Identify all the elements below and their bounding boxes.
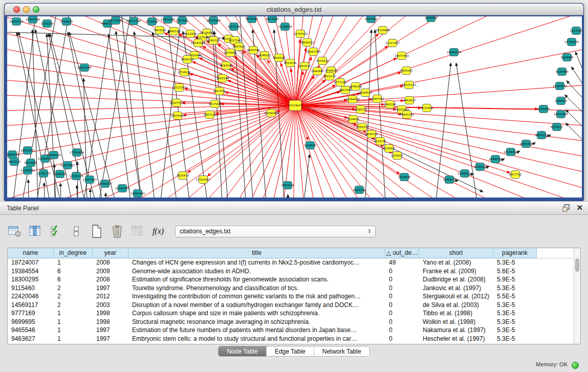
table-mode-button[interactable] (7, 223, 23, 239)
table-cell[interactable]: 9777169 (8, 309, 54, 318)
tab-edge-table[interactable]: Edge Table (267, 346, 314, 356)
table-row[interactable]: 969969511998Structural magnetic resonanc… (8, 318, 580, 326)
window-titlebar[interactable]: citations_edges.txt (5, 4, 583, 15)
table-cell[interactable]: Stergiakouli et al. (2012) (419, 292, 493, 301)
table-row[interactable]: 1456911722003Disruption of a novel membe… (8, 301, 580, 310)
table-cell[interactable]: 18724007 (8, 258, 54, 267)
tab-network-table[interactable]: Network Table (314, 346, 369, 356)
table-cell[interactable]: 0 (385, 292, 419, 301)
table-cell[interactable]: 18300295 (8, 275, 54, 284)
table-select[interactable]: citations_edges.txt ▲▼ (175, 226, 376, 237)
column-header-title[interactable]: title (128, 248, 385, 258)
table-cell[interactable]: Dudbridge et al. (2008) (419, 275, 493, 284)
table-cell[interactable]: 2 (54, 284, 93, 293)
table-cell[interactable]: Changes of HCN gene expression and I(f) … (128, 258, 385, 267)
function-builder-button[interactable]: f(x) (150, 223, 166, 239)
table-cell[interactable]: 2008 (93, 275, 128, 284)
table-cell[interactable]: Nakamura et al. (1997) (419, 326, 493, 335)
table-cell[interactable]: 2003 (93, 301, 128, 310)
table-cell[interactable]: 5.3E-5 (493, 326, 537, 335)
table-cell[interactable]: 5.3E-5 (493, 284, 537, 293)
table-cell[interactable]: 22420046 (8, 292, 54, 301)
delete-table-button[interactable] (130, 223, 145, 239)
table-cell[interactable]: 5.6E-5 (493, 267, 537, 276)
table-cell[interactable]: Tibbo et al. (1998) (419, 309, 493, 318)
table-cell[interactable]: 1998 (93, 309, 128, 318)
table-cell[interactable]: Embryonic stem cells: a model to study s… (128, 335, 385, 343)
column-header-pagerank[interactable]: pagerank (493, 248, 537, 258)
table-cell[interactable]: 2008 (93, 258, 128, 267)
table-cell[interactable]: Yano et al. (2008) (419, 258, 493, 267)
table-row[interactable]: 1938455462009Genome-wide association stu… (8, 267, 580, 276)
show-columns-button[interactable] (28, 223, 43, 239)
delete-column-button[interactable] (110, 223, 125, 239)
table-cell[interactable]: 6 (54, 267, 93, 276)
table-cell[interactable]: 1997 (93, 326, 128, 335)
table-row[interactable]: 977716911998Corpus callosum shape and si… (8, 309, 580, 318)
table-cell[interactable]: 5.3E-5 (493, 301, 537, 310)
table-cell[interactable]: Wolkin et al. (1998) (419, 318, 493, 326)
table-cell[interactable]: 6 (54, 275, 93, 284)
column-header-out_de[interactable]: △ out_de… (385, 248, 419, 258)
close-panel-icon[interactable]: ✕ (576, 203, 583, 212)
scrollbar-thumb[interactable] (575, 258, 579, 272)
table-cell[interactable]: 14569117 (8, 301, 54, 310)
table-cell[interactable]: 9465546 (8, 326, 54, 335)
table-cell[interactable]: 0 (385, 318, 419, 326)
table-cell[interactable]: 49 (385, 258, 419, 267)
column-header-name[interactable]: name (8, 248, 54, 258)
table-cell[interactable]: 2012 (93, 292, 128, 301)
table-cell[interactable]: 5.3E-5 (493, 258, 537, 267)
table-cell[interactable]: 0 (385, 275, 419, 284)
table-cell[interactable]: Estimation of significance thresholds fo… (128, 275, 385, 284)
table-cell[interactable]: 9699695 (8, 318, 54, 326)
table-cell[interactable]: Investigating the contribution of common… (128, 292, 385, 301)
table-cell[interactable]: Jankovic et al. (1997) (419, 284, 493, 293)
table-cell[interactable]: Hescheler et al. (1997) (419, 335, 493, 343)
table-row[interactable]: 2242004622012Investigating the contribut… (8, 292, 580, 301)
table-row[interactable]: 946362711997Embryonic stem cells: a mode… (8, 335, 580, 343)
table-cell[interactable]: de Silva et al. (2003) (419, 301, 493, 310)
table-cell[interactable]: 9115460 (8, 284, 54, 293)
table-cell[interactable]: 1 (54, 309, 93, 318)
column-header-short[interactable]: short (419, 248, 493, 258)
table-cell[interactable]: 2 (54, 301, 93, 310)
column-header-year[interactable]: year (93, 248, 128, 258)
table-cell[interactable]: 1 (54, 318, 93, 326)
table-cell[interactable]: 9463627 (8, 335, 54, 343)
table-cell[interactable]: 0 (385, 301, 419, 310)
table-cell[interactable]: 1 (54, 326, 93, 335)
table-cell[interactable]: 2009 (93, 267, 128, 276)
create-column-button[interactable] (89, 223, 104, 239)
table-cell[interactable]: Franke et al. (2009) (419, 267, 493, 276)
table-cell[interactable]: 19384554 (8, 267, 54, 276)
vertical-scrollbar[interactable] (574, 248, 580, 344)
select-columns-button[interactable] (48, 223, 63, 239)
table-cell[interactable]: 1 (54, 335, 93, 343)
column-header-in_degree[interactable]: in_degree (54, 248, 93, 258)
table-row[interactable]: 911546021997Tourette syndrome. Phenomeno… (8, 284, 580, 293)
table-cell[interactable]: 1 (54, 258, 93, 267)
table-cell[interactable]: 1997 (93, 284, 128, 293)
table-cell[interactable]: Genome-wide association studies in ADHD. (128, 267, 385, 276)
table-cell[interactable]: 1998 (93, 318, 128, 326)
unselect-columns-button[interactable] (69, 223, 84, 239)
float-panel-icon[interactable] (562, 204, 570, 212)
table-cell[interactable]: 2 (54, 292, 93, 301)
table-cell[interactable]: 0 (385, 267, 419, 276)
table-row[interactable]: 1872400712008Changes of HCN gene express… (8, 258, 580, 267)
table-row[interactable]: 1830029562008Estimation of significance … (8, 275, 580, 284)
table-cell[interactable]: Structural magnetic resonance image aver… (128, 318, 385, 326)
table-cell[interactable]: Tourette syndrome. Phenomenology and cla… (128, 284, 385, 293)
table-cell[interactable]: 5.5E-5 (493, 292, 537, 301)
table-cell[interactable]: Disruption of a novel member of a sodium… (128, 301, 385, 310)
table-cell[interactable]: 5.3E-5 (493, 318, 537, 326)
table-cell[interactable]: 5.3E-5 (493, 309, 537, 318)
table-cell[interactable]: 0 (385, 335, 419, 343)
table-cell[interactable]: 5.3E-5 (493, 335, 537, 343)
table-cell[interactable]: 0 (385, 284, 419, 293)
table-cell[interactable]: Estimation of the future numbers of pati… (128, 326, 385, 335)
table-row[interactable]: 946554611997Estimation of the future num… (8, 326, 580, 335)
table-cell[interactable]: 1997 (93, 335, 128, 343)
table-cell[interactable]: 5.9E-5 (493, 275, 537, 284)
